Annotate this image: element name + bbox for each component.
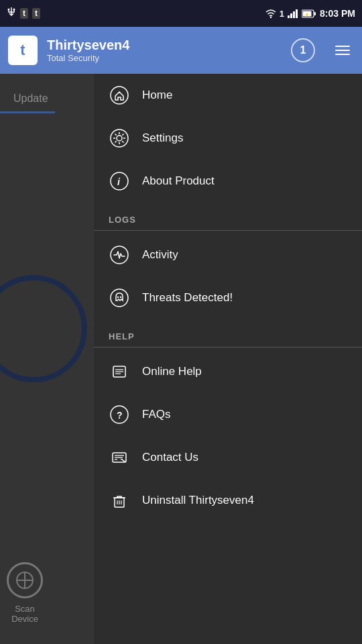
logs-section-header: LOGS — [94, 203, 362, 231]
svg-rect-3 — [288, 15, 290, 18]
task-icon-1: t — [20, 8, 28, 19]
svg-point-19 — [111, 246, 128, 264]
notification-badge[interactable]: 1 — [291, 38, 315, 62]
uninstall-label: Uninstall Thirtyseven4 — [142, 494, 254, 507]
status-left-icons: t t — [7, 7, 40, 19]
activity-label: Activity — [142, 248, 178, 262]
menu-item-online-help[interactable]: Online Help — [94, 350, 362, 393]
online-help-icon — [109, 361, 130, 382]
svg-rect-4 — [290, 13, 292, 18]
contact-label: Contact Us — [142, 451, 198, 464]
info-icon: i — [109, 170, 130, 192]
contact-icon — [109, 447, 130, 468]
menu-item-threats[interactable]: Threats Detected! — [94, 276, 362, 319]
menu-item-about[interactable]: i About Product — [94, 160, 362, 203]
threats-icon — [109, 287, 130, 309]
status-bar: t t 1 ⚡ 8:03 PM — [0, 0, 362, 27]
app-name: Thirtyseven4 — [47, 38, 282, 53]
svg-point-21 — [117, 297, 119, 298]
task-icon-2: t — [32, 8, 40, 19]
app-subtitle: Total Security — [47, 53, 282, 63]
about-label: About Product — [142, 174, 215, 188]
menu-item-uninstall[interactable]: Uninstall Thirtyseven4 — [94, 479, 362, 522]
svg-point-14 — [111, 87, 128, 104]
menu-item-settings[interactable]: Settings — [94, 117, 362, 160]
app-logo: t — [8, 36, 38, 65]
drawer-dim — [0, 74, 94, 644]
home-label: Home — [142, 89, 172, 102]
hamburger-line-2 — [335, 50, 350, 51]
hamburger-line-1 — [335, 46, 350, 47]
navigation-drawer[interactable]: Home Settings i About Product — [94, 74, 362, 644]
svg-rect-8 — [314, 12, 316, 15]
svg-text:?: ? — [117, 410, 123, 421]
svg-point-2 — [270, 17, 272, 18]
online-help-label: Online Help — [142, 365, 202, 378]
menu-button[interactable] — [331, 39, 354, 62]
threats-label: Threats Detected! — [142, 291, 233, 305]
sim-badge: 1 — [280, 9, 284, 19]
settings-icon — [109, 127, 130, 149]
uninstall-icon — [109, 490, 130, 511]
drawer-overlay: Home Settings i About Product — [0, 74, 362, 644]
menu-item-activity[interactable]: Activity — [94, 233, 362, 276]
menu-item-faqs[interactable]: ? FAQs — [94, 393, 362, 436]
app-title-block: Thirtyseven4 Total Security — [47, 38, 282, 63]
hamburger-line-3 — [335, 54, 350, 55]
svg-point-16 — [117, 136, 122, 141]
status-right-icons: 1 ⚡ 8:03 PM — [265, 8, 355, 19]
svg-point-0 — [8, 9, 10, 11]
wifi-icon — [265, 9, 276, 18]
menu-item-home[interactable]: Home — [94, 74, 362, 117]
help-section-header: HELP — [94, 319, 362, 347]
battery-icon: ⚡ — [302, 9, 316, 18]
menu-item-contact[interactable]: Contact Us — [94, 436, 362, 479]
svg-point-15 — [111, 129, 128, 147]
faqs-label: FAQs — [142, 408, 171, 421]
app-header: t Thirtyseven4 Total Security 1 — [0, 27, 362, 74]
faqs-icon: ? — [109, 404, 130, 425]
svg-rect-5 — [293, 11, 295, 18]
svg-text:i: i — [117, 176, 121, 187]
signal-icon — [288, 9, 298, 18]
activity-icon — [109, 244, 130, 266]
home-icon — [109, 85, 130, 106]
usb-icon — [7, 7, 16, 19]
settings-label: Settings — [142, 131, 183, 145]
time-display: 8:03 PM — [320, 8, 355, 19]
svg-point-22 — [120, 297, 121, 298]
svg-point-1 — [13, 9, 15, 11]
svg-point-20 — [111, 289, 128, 307]
svg-text:⚡: ⚡ — [304, 12, 310, 17]
svg-rect-6 — [296, 9, 298, 18]
